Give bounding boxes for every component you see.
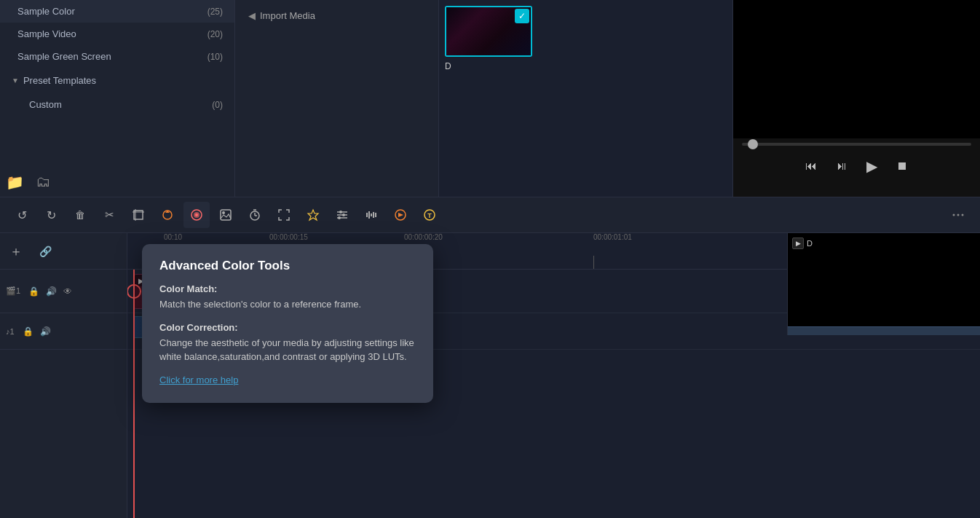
media-thumb-item[interactable]: ✓ D	[445, 6, 532, 57]
ruler-label-4: 00:00:01:01	[593, 233, 632, 241]
delete-button[interactable]: 🗑	[67, 202, 93, 228]
video-track-controls: 🎬1 🔒 🔊 👁	[0, 270, 127, 313]
scrub-track[interactable]	[742, 143, 971, 146]
custom-count: (0)	[212, 100, 223, 110]
sidebar: Sample Color (25) Sample Video (20) Samp…	[0, 0, 235, 197]
svg-text:T: T	[427, 212, 432, 219]
preview-scrubber	[733, 138, 980, 150]
custom-label: Custom	[29, 99, 62, 110]
sidebar-item-sample-video[interactable]: Sample Video (20)	[0, 23, 234, 45]
lock-icon-audio[interactable]: 🔒	[21, 325, 35, 338]
sample-color-count: (25)	[208, 7, 223, 17]
stop-button[interactable]: ⏹	[893, 157, 911, 176]
svg-point-18	[342, 213, 345, 216]
svg-rect-20	[366, 213, 368, 217]
fit-button[interactable]	[271, 202, 297, 228]
audio-icon-video[interactable]: 🔊	[44, 285, 58, 298]
sliders-button[interactable]	[329, 202, 355, 228]
svg-point-17	[339, 211, 342, 213]
toolbar: ↺ ↻ 🗑 ✂	[0, 197, 980, 233]
playhead[interactable]	[133, 270, 135, 518]
settings-button[interactable]	[945, 202, 971, 228]
color-button[interactable]	[183, 202, 210, 228]
stamp-button[interactable]	[300, 202, 326, 228]
svg-point-28	[953, 214, 955, 216]
import-media-button[interactable]: ◀ Import Media	[242, 7, 321, 24]
speed-button[interactable]	[387, 202, 414, 228]
track-num-audio: ♪1	[6, 327, 15, 336]
svg-point-8	[222, 211, 225, 214]
sample-green-label: Sample Green Screen	[17, 51, 111, 62]
preset-templates-section[interactable]: ▼ Preset Templates	[0, 68, 234, 93]
track-num-video: 🎬1	[6, 286, 20, 296]
tooltip-section-2-body: Change the aesthetic of your media by ad…	[159, 336, 416, 364]
remove-folder-icon[interactable]: 🗂	[36, 173, 50, 191]
audio-icon-audio[interactable]: 🔊	[39, 325, 52, 338]
import-arrow-icon: ◀	[248, 10, 256, 21]
advanced-color-tooltip: Advanced Color Tools Color Match: Match …	[142, 244, 433, 403]
import-media-label: Import Media	[260, 10, 315, 21]
timeline-preview-panel: ▶ D	[787, 233, 980, 335]
tooltip-section-2-label: Color Correction:	[159, 322, 416, 333]
undo-button[interactable]: ↺	[9, 202, 35, 228]
image-button[interactable]	[213, 202, 239, 228]
preview-controls: ⏮ ⏯ ▶ ⏹	[733, 150, 980, 182]
ruler-label-1: 00:10	[164, 233, 182, 241]
timer-button[interactable]	[242, 202, 268, 228]
sample-green-count: (10)	[208, 52, 223, 62]
sidebar-item-sample-green[interactable]: Sample Green Screen (10)	[0, 45, 234, 68]
preset-templates-arrow: ▼	[12, 76, 19, 85]
track-icon-group: 🎬1 🔒 🔊 👁	[6, 285, 74, 298]
crop-button[interactable]	[125, 202, 151, 228]
rotate-button[interactable]	[154, 202, 181, 228]
link-button[interactable]: 🔗	[35, 241, 55, 262]
svg-point-30	[962, 214, 964, 216]
waveform-button[interactable]	[358, 202, 384, 228]
preview-video	[733, 0, 980, 138]
sample-video-count: (20)	[208, 29, 223, 39]
svg-point-29	[957, 214, 960, 216]
add-track-button[interactable]: ＋	[6, 241, 26, 262]
tl-preview-icon: ▶	[792, 238, 804, 249]
svg-rect-21	[368, 211, 370, 219]
ruler-label-3: 00:00:00:20	[404, 233, 443, 241]
text-button[interactable]: T	[416, 202, 443, 228]
sample-video-label: Sample Video	[17, 28, 76, 39]
sidebar-folder-buttons: 📁 🗂	[6, 173, 50, 191]
tl-preview-video	[788, 233, 980, 335]
tl-preview-header: ▶ D	[792, 238, 813, 249]
svg-point-6	[195, 213, 198, 216]
prev-frame-button[interactable]: ⏮	[802, 157, 820, 176]
play-step-button[interactable]: ⏯	[833, 157, 850, 176]
tooltip-section-1-label: Color Match:	[159, 283, 416, 294]
ruler-label-2: 00:00:00:15	[269, 233, 308, 241]
timeline-left-panel: ＋ 🔗 🎬1 🔒 🔊 👁 ♪1 🔒 🔊	[0, 233, 127, 518]
tooltip-title: Advanced Color Tools	[159, 259, 416, 273]
sidebar-item-sample-color[interactable]: Sample Color (25)	[0, 0, 234, 23]
tl-preview-label: D	[807, 239, 813, 248]
svg-rect-24	[375, 213, 376, 217]
svg-point-19	[338, 216, 341, 219]
lock-icon-video[interactable]: 🔒	[27, 285, 41, 298]
tooltip-section-1-body: Match the selection's color to a referen…	[159, 297, 416, 312]
preset-templates-label: Preset Templates	[23, 75, 96, 86]
audio-track-icon-group: ♪1 🔒 🔊	[6, 325, 52, 338]
tooltip-help-link[interactable]: Click for more help	[159, 374, 238, 385]
playhead-circle	[127, 284, 141, 299]
preview-panel: ⏮ ⏯ ▶ ⏹	[732, 0, 980, 197]
svg-marker-13	[308, 210, 318, 220]
timeline-add-bar: ＋ 🔗	[0, 233, 127, 270]
sidebar-item-custom[interactable]: Custom (0)	[0, 93, 234, 116]
thumb-checkmark: ✓	[515, 9, 529, 23]
audio-track-controls: ♪1 🔒 🔊	[0, 313, 127, 350]
svg-rect-22	[371, 213, 372, 216]
toolbar-right	[945, 202, 971, 228]
play-button[interactable]: ▶	[864, 154, 880, 178]
eye-icon-video[interactable]: 👁	[62, 285, 74, 298]
cut-button[interactable]: ✂	[96, 202, 122, 228]
add-folder-icon[interactable]: 📁	[6, 173, 24, 191]
svg-rect-23	[373, 212, 374, 218]
scrub-thumb[interactable]	[748, 139, 758, 149]
redo-button[interactable]: ↻	[38, 202, 64, 228]
media-browser: ◀ Import Media	[235, 0, 439, 197]
